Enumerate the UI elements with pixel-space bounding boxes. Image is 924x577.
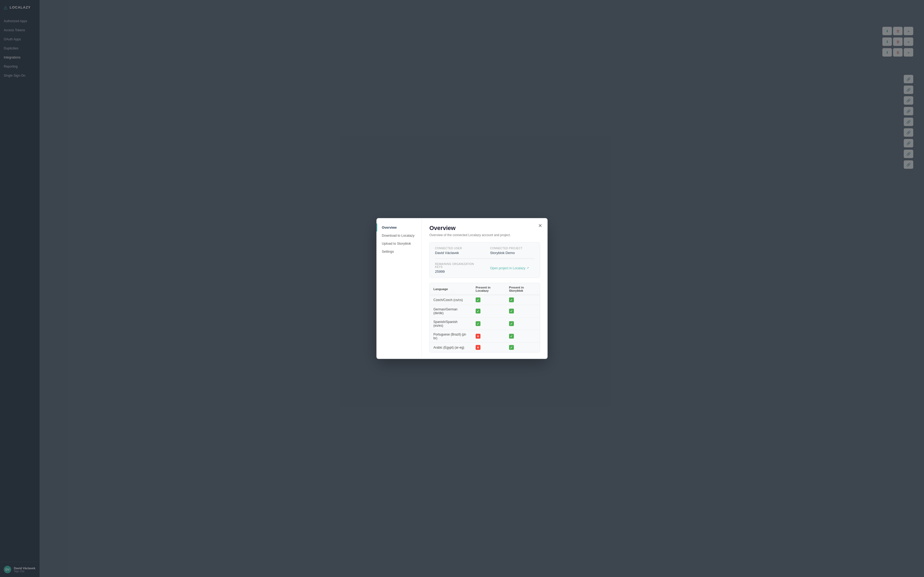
remaining-keys-value: 25999 bbox=[435, 269, 462, 274]
language-table: Language Present in Localazy Present in … bbox=[430, 283, 462, 289]
connected-user-value: David Václavek bbox=[435, 251, 462, 255]
info-card: CONNECTED USER David Václavek CONNECTED … bbox=[430, 242, 462, 278]
modal-title: Overview bbox=[430, 225, 462, 232]
language-table-container: Language Present in Localazy Present in … bbox=[430, 283, 462, 289]
modal-nav-settings[interactable]: Settings bbox=[376, 248, 422, 256]
remaining-keys-block: REMAINING ORGANIZATION KEYS 25999 bbox=[435, 263, 462, 274]
info-card-top-row: CONNECTED USER David Václavek CONNECTED … bbox=[435, 247, 462, 255]
modal-body: Overview Download to Localazy Upload to … bbox=[376, 218, 462, 289]
modal-dialog: ✕ Overview Download to Localazy Upload t… bbox=[376, 218, 462, 289]
modal-nav-upload[interactable]: Upload to Storyblok bbox=[376, 240, 422, 248]
connected-user-label: CONNECTED USER bbox=[435, 247, 462, 250]
modal-main-content: Overview Overview of the connected Local… bbox=[422, 218, 462, 289]
modal-nav-download[interactable]: Download to Localazy bbox=[376, 232, 422, 240]
modal-subtitle: Overview of the connected Localazy accou… bbox=[430, 233, 462, 237]
remaining-keys-label: REMAINING ORGANIZATION KEYS bbox=[435, 263, 462, 269]
info-card-bottom-row: REMAINING ORGANIZATION KEYS 25999 Open p… bbox=[435, 259, 462, 274]
modal-nav: Overview Download to Localazy Upload to … bbox=[376, 218, 422, 289]
col-header-language: Language bbox=[430, 283, 462, 289]
connected-user-block: CONNECTED USER David Václavek bbox=[435, 247, 462, 255]
modal-nav-overview[interactable]: Overview bbox=[376, 224, 422, 232]
